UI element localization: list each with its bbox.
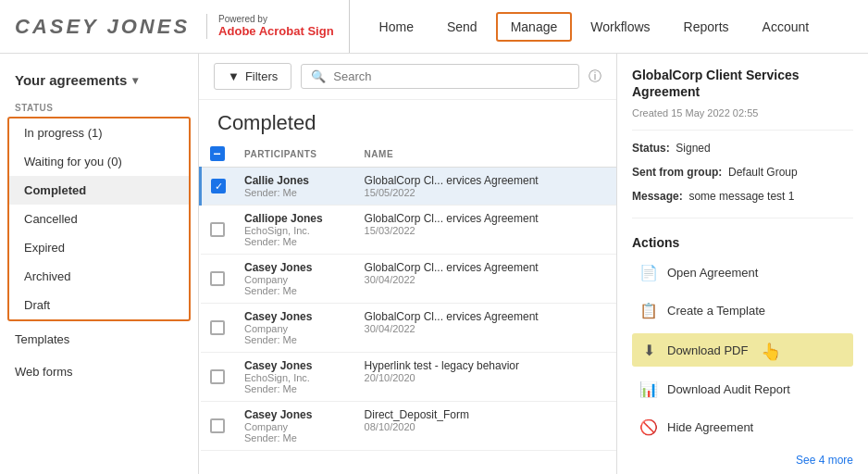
table-row[interactable]: ✓ Callie Jones Sender: Me GlobalCorp Cl.…: [201, 168, 617, 206]
action-create-template[interactable]: 📋 Create a Template: [632, 295, 853, 326]
row-checkbox-cell: [201, 353, 236, 402]
table-row[interactable]: Casey Jones Company Sender: Me GlobalCor…: [201, 304, 617, 353]
hide-agreement-icon: 🚫: [639, 418, 658, 436]
participant-sub: Company: [244, 274, 346, 285]
row-checkbox-cell: [201, 402, 236, 451]
nav-account[interactable]: Account: [748, 12, 825, 42]
agreements-label: Your agreements: [15, 72, 127, 88]
sidebar-item-waiting[interactable]: Waiting for you (0): [9, 147, 189, 176]
download-audit-icon: 📊: [639, 380, 658, 398]
row-checkbox-cell: ✓: [201, 168, 236, 206]
sidebar-item-web-forms[interactable]: Web forms: [0, 357, 198, 386]
row-checkbox[interactable]: ✓: [211, 179, 226, 193]
select-all-checkbox[interactable]: −: [210, 146, 225, 161]
table-row[interactable]: Casey Jones EchoSign, Inc. Sender: Me Hy…: [201, 353, 617, 402]
col-checkbox: −: [201, 141, 236, 168]
agreements-header[interactable]: Your agreements ▾: [0, 65, 198, 99]
action-create-label: Create a Template: [667, 304, 765, 318]
doc-name: GlobalCorp Cl... ervices Agreement: [365, 310, 585, 323]
participant-name: Calliope Jones: [244, 212, 346, 225]
table-row[interactable]: Casey Jones Company Sender: Me GlobalCor…: [201, 255, 617, 304]
doc-date: 15/05/2022: [365, 187, 585, 198]
create-template-icon: 📋: [639, 302, 658, 319]
message-value: some message test 1: [688, 190, 794, 203]
nav-home[interactable]: Home: [365, 12, 428, 42]
main-layout: Your agreements ▾ STATUS In progress (1)…: [0, 54, 868, 474]
table-row[interactable]: Casey Jones Company Sender: Me Direct_De…: [201, 402, 617, 451]
filters-button[interactable]: ▼ Filters: [214, 63, 291, 90]
chevron-down-icon: ▾: [132, 74, 138, 87]
app-header: CASEY JONES Powered by Adobe Acrobat Sig…: [0, 0, 868, 54]
participant-name: Callie Jones: [244, 174, 346, 187]
search-input[interactable]: [333, 69, 569, 83]
search-box: 🔍: [301, 64, 579, 89]
action-hide-agreement[interactable]: 🚫 Hide Agreement: [632, 412, 853, 443]
participant-sub: EchoSign, Inc.: [244, 372, 346, 383]
doc-name: Direct_Deposit_Form: [365, 408, 585, 421]
participant-sub2: Sender: Me: [244, 383, 346, 394]
sent-from-value: Default Group: [728, 166, 798, 179]
sidebar-item-draft[interactable]: Draft: [9, 291, 189, 319]
action-open-label: Open Agreement: [667, 266, 758, 280]
nav-send[interactable]: Send: [432, 12, 492, 42]
participant-cell: Casey Jones Company Sender: Me: [235, 304, 355, 353]
row-checkbox[interactable]: [210, 222, 225, 237]
panel-status-row: Status: Signed: [632, 142, 853, 155]
participant-sub: Sender: Me: [244, 187, 346, 198]
info-icon[interactable]: ⓘ: [589, 69, 601, 85]
row-extra: [593, 168, 616, 206]
panel-divider: [632, 130, 853, 131]
doc-cell: GlobalCorp Cl... ervices Agreement 15/05…: [355, 168, 594, 206]
row-checkbox[interactable]: [210, 369, 225, 384]
download-pdf-icon: ⬇: [639, 342, 658, 359]
participant-cell: Calliope Jones EchoSign, Inc. Sender: Me: [235, 206, 355, 255]
col-extra: [593, 141, 616, 168]
participant-cell: Casey Jones EchoSign, Inc. Sender: Me: [235, 353, 355, 402]
col-name: NAME: [355, 141, 594, 168]
see-more-link[interactable]: See 4 more: [632, 454, 853, 467]
row-checkbox-cell: [201, 206, 236, 255]
panel-message-row: Message: some message test 1: [632, 190, 853, 203]
row-checkbox-cell: [201, 255, 236, 304]
doc-date: 08/10/2020: [365, 421, 585, 432]
action-download-audit[interactable]: 📊 Download Audit Report: [632, 374, 853, 405]
row-checkbox[interactable]: [210, 271, 225, 286]
sidebar-item-completed[interactable]: Completed: [9, 176, 189, 205]
sidebar-item-archived[interactable]: Archived: [9, 262, 189, 291]
participant-sub2: Sender: Me: [244, 432, 346, 443]
doc-name: GlobalCorp Cl... ervices Agreement: [365, 261, 585, 274]
content-toolbar: ▼ Filters 🔍 ⓘ: [199, 54, 616, 100]
participant-name: Casey Jones: [244, 408, 346, 421]
nav-manage[interactable]: Manage: [496, 12, 573, 42]
status-items-section: In progress (1) Waiting for you (0) Comp…: [7, 117, 191, 321]
panel-created: Created 15 May 2022 02:55: [632, 107, 853, 118]
action-open-agreement[interactable]: 📄 Open Agreement: [632, 257, 853, 288]
sidebar-item-in-progress[interactable]: In progress (1): [9, 118, 189, 147]
filter-icon: ▼: [228, 69, 240, 83]
doc-name: GlobalCorp Cl... ervices Agreement: [365, 212, 585, 225]
right-panel: GlobalCorp Client Services Agreement Cre…: [616, 54, 868, 474]
row-extra: [593, 206, 616, 255]
sidebar-item-cancelled[interactable]: Cancelled: [9, 205, 189, 233]
sidebar-item-templates[interactable]: Templates: [0, 325, 198, 354]
adobe-brand: Adobe Acrobat Sign: [218, 24, 333, 39]
row-extra: [593, 304, 616, 353]
doc-name: GlobalCorp Cl... ervices Agreement: [365, 174, 585, 187]
sidebar-item-expired[interactable]: Expired: [9, 233, 189, 262]
row-checkbox[interactable]: [210, 418, 225, 433]
table-row[interactable]: Calliope Jones EchoSign, Inc. Sender: Me…: [201, 206, 617, 255]
actions-title: Actions: [632, 235, 853, 250]
participant-cell: Casey Jones Company Sender: Me: [235, 255, 355, 304]
agreements-table-area: − PARTICIPANTS NAME ✓ Callie Jones: [199, 141, 616, 474]
logo-casey: CASEY JONES: [15, 15, 190, 39]
participant-sub2: Sender: Me: [244, 236, 346, 247]
filters-label: Filters: [245, 69, 278, 83]
row-checkbox[interactable]: [210, 320, 225, 335]
nav-workflows[interactable]: Workflows: [576, 12, 664, 42]
action-download-pdf[interactable]: ⬇ Download PDF 👆: [632, 333, 853, 367]
participant-cell: Casey Jones Company Sender: Me: [235, 402, 355, 451]
nav-reports[interactable]: Reports: [669, 12, 744, 42]
open-agreement-icon: 📄: [639, 264, 658, 281]
participant-sub2: Sender: Me: [244, 285, 346, 296]
action-download-label: Download PDF: [667, 343, 748, 357]
